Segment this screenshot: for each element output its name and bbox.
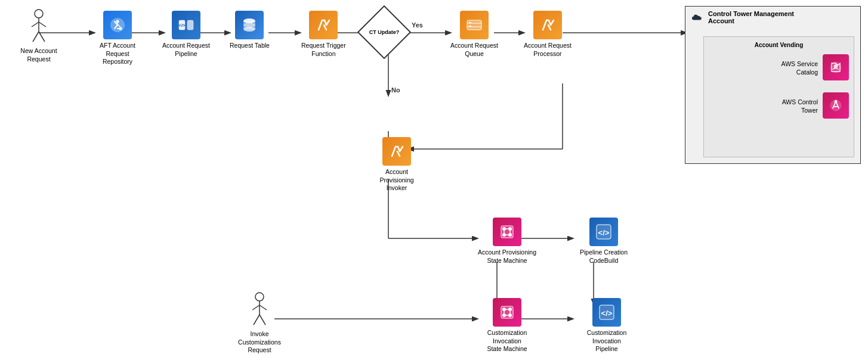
stickman-icon	[28, 9, 50, 45]
account-processor-icon	[533, 11, 562, 39]
svg-text:</>: </>	[178, 23, 186, 28]
invoke-customizations-stickman-icon	[249, 292, 270, 328]
account-processor-node: Account RequestProcessor	[524, 11, 572, 58]
invoke-customizations-label: Invoke CustomizationsRequest	[233, 330, 286, 355]
svg-line-23	[32, 22, 39, 27]
customization-pipeline-label: Customization InvocationPipeline	[574, 329, 640, 353]
svg-point-44	[834, 100, 837, 103]
aws-service-catalog-icon	[823, 54, 849, 80]
svg-point-65	[502, 313, 506, 317]
svg-point-42	[834, 64, 838, 69]
request-table-label: Request Table	[230, 42, 270, 50]
pipeline-creation-codebuild-icon: </>	[589, 218, 618, 246]
account-processor-label: Account RequestProcessor	[524, 42, 572, 58]
request-trigger-node: Request TriggerFunction	[301, 11, 346, 58]
svg-point-34	[243, 27, 255, 32]
ct-update-diamond: CT Update?	[365, 13, 403, 51]
account-queue-label: Account RequestQueue	[450, 42, 498, 58]
account-pipeline-node: </> Account RequestPipeline	[162, 11, 210, 58]
customization-pipeline-node: </> Customization InvocationPipeline	[574, 298, 640, 353]
svg-point-27	[116, 20, 119, 23]
no-label: No	[391, 86, 400, 94]
cloud-icon	[690, 12, 705, 23]
aws-service-catalog-node: AWS ServiceCatalog	[709, 54, 849, 80]
pipeline-creation-codebuild-label: Pipeline Creation CodeBuild	[574, 249, 634, 265]
account-provisioning-invoker-label: Account ProvisioningInvoker	[370, 168, 424, 193]
ct-update-diamond-container: CT Update?	[365, 13, 403, 51]
yes-label: Yes	[412, 21, 423, 29]
aws-control-tower-node: AWS Control Tower	[709, 92, 849, 119]
customization-sm-icon	[493, 298, 521, 327]
svg-rect-31	[187, 20, 193, 30]
account-pipeline-icon: </>	[172, 11, 200, 39]
account-pipeline-label: Account RequestPipeline	[162, 42, 210, 58]
ct-management-label: Control Tower ManagementAccount	[708, 10, 794, 24]
aws-control-tower-label: AWS Control Tower	[770, 98, 818, 114]
svg-rect-40	[469, 26, 471, 27]
svg-line-24	[39, 22, 46, 27]
account-provisioning-invoker-node: Account ProvisioningInvoker	[370, 137, 424, 193]
svg-text:</>: </>	[601, 309, 613, 318]
aws-service-catalog-label: AWS ServiceCatalog	[781, 60, 818, 76]
ct-management-header: Control Tower ManagementAccount	[685, 7, 860, 28]
request-trigger-label: Request TriggerFunction	[301, 42, 346, 58]
svg-text:</>: </>	[598, 228, 610, 237]
aws-control-tower-icon	[823, 92, 849, 119]
account-queue-icon	[460, 11, 489, 39]
customization-sm-node: Customization InvocationState Machine	[474, 298, 540, 353]
svg-point-21	[35, 10, 43, 18]
svg-point-63	[502, 308, 506, 311]
account-provisioning-sm-node: Account Provisioning State Machine	[474, 218, 540, 265]
invoke-customizations-node: Invoke CustomizationsRequest	[233, 292, 286, 355]
ct-management-box: Control Tower ManagementAccount Account …	[685, 6, 861, 164]
aft-repository-icon	[103, 11, 132, 39]
account-provisioning-invoker-icon	[382, 137, 411, 166]
svg-point-48	[502, 233, 506, 237]
customization-pipeline-icon: </>	[592, 298, 621, 327]
customization-sm-label: Customization InvocationState Machine	[474, 329, 540, 353]
account-provisioning-sm-label: Account Provisioning State Machine	[474, 249, 540, 265]
svg-point-66	[508, 313, 512, 317]
svg-point-64	[508, 308, 512, 311]
svg-line-59	[260, 305, 267, 310]
ct-update-label: CT Update?	[369, 29, 400, 35]
aft-repository-label: AFT AccountRequest Repository	[91, 42, 144, 66]
svg-line-58	[252, 305, 260, 310]
svg-point-47	[508, 227, 512, 231]
request-trigger-icon	[309, 11, 338, 39]
account-vending-label: Account Vending	[709, 42, 849, 48]
svg-line-26	[39, 32, 45, 42]
svg-point-56	[255, 293, 264, 301]
request-table-node: Request Table	[230, 11, 270, 50]
account-queue-node: Account RequestQueue	[450, 11, 498, 58]
svg-line-61	[260, 315, 265, 325]
svg-rect-39	[469, 22, 471, 23]
account-vending-box: Account Vending AWS ServiceCatalog AWS C…	[703, 36, 854, 157]
request-table-icon	[235, 11, 264, 39]
svg-point-49	[508, 233, 512, 237]
new-account-request-label: New Account Request	[12, 47, 66, 63]
pipeline-creation-codebuild-node: </> Pipeline Creation CodeBuild	[574, 218, 634, 265]
new-account-request-node: New Account Request	[12, 9, 66, 63]
svg-point-46	[502, 227, 506, 231]
account-provisioning-sm-icon	[493, 218, 521, 246]
svg-rect-36	[467, 20, 481, 30]
svg-line-60	[254, 315, 260, 325]
svg-point-35	[243, 23, 255, 27]
svg-point-28	[119, 27, 122, 30]
svg-line-25	[33, 32, 39, 42]
aft-repository-node: AFT AccountRequest Repository	[91, 11, 144, 66]
diagram: Yes No New Account Request AFT AccountRe…	[0, 0, 868, 357]
